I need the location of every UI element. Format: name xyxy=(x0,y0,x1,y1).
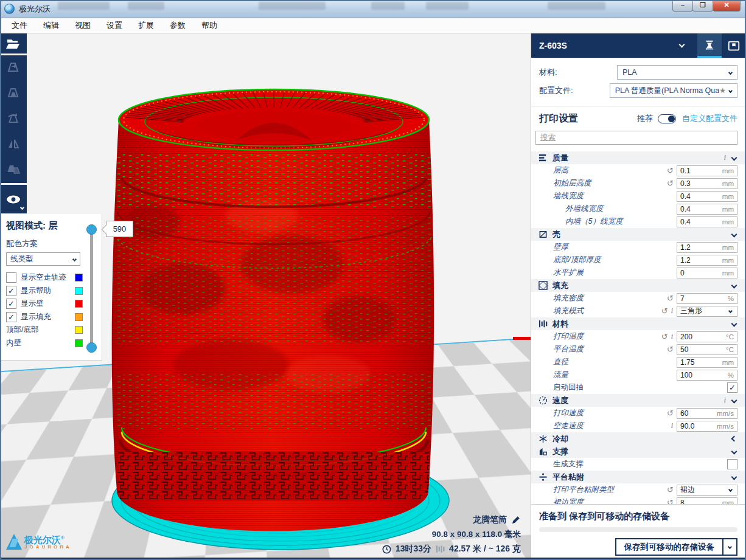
section-header-quality[interactable]: 质量i xyxy=(531,151,746,164)
setting-input[interactable]: 0mm xyxy=(677,268,737,278)
setting-input[interactable]: 200°C xyxy=(677,331,737,342)
layer-slider-track[interactable] xyxy=(90,228,93,347)
profile-dropdown[interactable]: PLA 普通质量(PLA Norma Qua ★ xyxy=(610,83,737,98)
setting-row: 内墙（5）线宽度0.4mm xyxy=(531,215,746,228)
info-icon[interactable]: i xyxy=(724,396,726,405)
layer-slider-top-handle[interactable] xyxy=(86,224,97,235)
section-header-shell[interactable]: 壳 xyxy=(531,228,746,241)
setting-unit: % xyxy=(728,295,737,302)
setting-input[interactable]: 50°C xyxy=(677,344,737,355)
setting-dropdown[interactable]: 三角形 xyxy=(677,306,737,317)
maximize-button[interactable]: ❐ xyxy=(692,0,713,12)
menu-item-6[interactable]: 帮助 xyxy=(193,18,225,33)
edit-pencil-icon[interactable] xyxy=(511,515,521,525)
custom-profile-link[interactable]: 自定义配置文件 xyxy=(682,113,737,124)
setting-input[interactable]: 0.4mm xyxy=(677,216,737,227)
setting-input[interactable]: 90.0mm/s xyxy=(677,421,737,432)
setting-input[interactable]: 0.1mm xyxy=(677,165,737,176)
info-icon[interactable]: i xyxy=(671,332,673,341)
tab-print-setup[interactable] xyxy=(697,33,722,58)
material-usage: 42.57 米 / ~ 126 克 xyxy=(449,544,521,555)
settings-list: 质量i层高↺0.1mm初始层高度↺0.3mm墙线宽度0.4mm外墙线宽度0.4m… xyxy=(531,148,746,504)
setting-row: 初始层高度↺0.3mm xyxy=(531,177,746,190)
open-file-button[interactable] xyxy=(0,33,27,54)
view-option-checkbox[interactable]: ✓ xyxy=(6,286,16,296)
viewport-3d[interactable]: 视图模式: 层 配色方案 线类型 显示空走轨迹✓显示帮助✓显示壁✓显示填充顶部/… xyxy=(0,33,531,558)
menu-item-5[interactable]: 参数 xyxy=(162,18,193,33)
section-header-adhesion[interactable]: 平台粘附 xyxy=(531,471,746,483)
reset-icon[interactable]: ↺ xyxy=(667,294,674,303)
setting-checkbox[interactable] xyxy=(727,459,737,469)
settings-search-box[interactable]: 搜索 xyxy=(535,131,737,145)
view-option-checkbox[interactable]: ✓ xyxy=(6,312,16,322)
view-option-checkbox[interactable]: ✓ xyxy=(6,299,16,309)
scale-tool-button[interactable] xyxy=(0,81,27,106)
reset-icon[interactable]: ↺ xyxy=(667,498,674,504)
reset-icon[interactable]: ↺ xyxy=(667,179,674,188)
view-mode-button[interactable] xyxy=(0,185,27,213)
setting-input[interactable]: 60mm/s xyxy=(677,408,737,419)
move-tool-button[interactable] xyxy=(0,55,27,81)
setting-input[interactable]: 7% xyxy=(677,293,737,304)
section-header-cooling[interactable]: 冷却 xyxy=(531,432,746,445)
reset-icon[interactable]: ↺ xyxy=(667,485,674,494)
setting-input[interactable]: 1.75mm xyxy=(677,357,737,368)
printer-dropdown-chevron-icon[interactable] xyxy=(679,42,685,48)
section-header-infill[interactable]: 填充 xyxy=(531,279,746,292)
color-swatch xyxy=(75,339,83,347)
setting-input[interactable]: 1.2mm xyxy=(677,242,737,253)
save-options-chevron-button[interactable] xyxy=(723,538,737,556)
section-header-support[interactable]: 支撑 xyxy=(531,445,746,458)
setting-input[interactable]: 0.4mm xyxy=(677,191,737,202)
material-icon xyxy=(539,319,548,329)
section-title: 材料 xyxy=(553,319,732,330)
save-to-removable-button[interactable]: 保存到可移动的存储设备 xyxy=(615,538,724,556)
chevron-down-icon xyxy=(728,88,733,92)
setting-input[interactable]: 8mm xyxy=(677,497,737,505)
info-icon[interactable]: i xyxy=(671,306,673,316)
setting-label: 裙边宽度 xyxy=(531,497,667,504)
menu-item-1[interactable]: 编辑 xyxy=(35,18,67,33)
chevron-down-icon xyxy=(20,206,24,210)
setting-label: 空走速度 xyxy=(531,421,671,431)
reset-icon[interactable]: ↺ xyxy=(667,409,674,418)
setting-input[interactable]: 1.2mm xyxy=(677,255,737,266)
reset-icon[interactable]: ↺ xyxy=(667,166,674,175)
section-header-speed[interactable]: 速度i xyxy=(531,394,746,407)
menu-item-0[interactable]: 文件 xyxy=(4,18,35,33)
mirror-tool-button[interactable] xyxy=(0,132,27,157)
window-bottom-frame xyxy=(0,558,746,560)
setting-unit: % xyxy=(728,372,737,379)
setting-row: 打印温度↺i200°C xyxy=(531,330,746,343)
setting-input[interactable]: 0.3mm xyxy=(677,178,737,189)
per-model-settings-button[interactable] xyxy=(0,157,27,183)
material-dropdown[interactable]: PLA xyxy=(617,65,737,80)
color-scheme-dropdown[interactable]: 线类型 xyxy=(6,252,80,266)
section-header-material[interactable]: 材料 xyxy=(531,317,746,330)
color-swatch xyxy=(75,326,83,334)
chevron-down-icon xyxy=(731,155,737,161)
setting-unit: mm xyxy=(722,359,737,366)
rotate-tool-button[interactable] xyxy=(0,106,27,132)
info-icon[interactable]: i xyxy=(671,421,673,430)
setting-input[interactable]: 100% xyxy=(677,370,737,381)
tab-printer-monitor[interactable] xyxy=(722,33,746,58)
setting-dropdown[interactable]: 裙边 xyxy=(677,485,737,496)
menu-item-2[interactable]: 视图 xyxy=(67,18,99,33)
setting-input[interactable]: 0.4mm xyxy=(677,204,737,215)
close-button[interactable]: ✕ xyxy=(713,0,741,12)
reset-icon[interactable]: ↺ xyxy=(661,332,668,341)
info-icon[interactable]: i xyxy=(724,153,726,162)
view-option-checkbox[interactable] xyxy=(6,272,16,283)
reset-icon[interactable]: ↺ xyxy=(667,345,674,354)
setting-value: 0.4 xyxy=(677,205,722,213)
minimize-button[interactable]: – xyxy=(672,0,693,12)
setting-value: 0 xyxy=(677,269,722,277)
section-title: 填充 xyxy=(553,280,732,291)
recommended-custom-toggle[interactable] xyxy=(658,114,676,123)
menu-item-4[interactable]: 扩展 xyxy=(130,18,162,33)
reset-icon[interactable]: ↺ xyxy=(661,306,668,316)
setting-checkbox[interactable]: ✓ xyxy=(727,382,737,393)
layer-slider-bottom-handle[interactable] xyxy=(86,342,97,353)
menu-item-3[interactable]: 设置 xyxy=(99,18,130,33)
